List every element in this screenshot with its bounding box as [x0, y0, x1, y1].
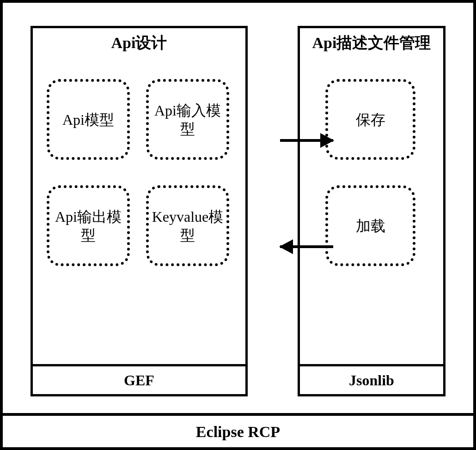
- api-design-module: Api设计 Api模型 Api输入模型 Api输出模型 Keyvalue模型 G…: [31, 26, 248, 396]
- main-area: Api设计 Api模型 Api输入模型 Api输出模型 Keyvalue模型 G…: [31, 26, 445, 396]
- arrow-head-right-icon: [320, 133, 334, 148]
- keyvalue-model-box: Keyvalue模型: [146, 185, 229, 266]
- api-model-box: Api模型: [47, 79, 130, 160]
- jsonlib-footer: Jsonlib: [298, 364, 445, 396]
- gef-footer: GEF: [31, 364, 248, 396]
- load-box: 加载: [325, 185, 415, 266]
- save-box: 保存: [325, 79, 415, 160]
- api-output-model-box: Api输出模型: [47, 185, 130, 266]
- api-file-management-module: Api描述文件管理 保存 加载 Jsonlib: [298, 26, 445, 396]
- api-design-title: Api设计: [33, 28, 245, 61]
- arrow-from-load-icon: [280, 245, 333, 248]
- api-input-model-box: Api输入模型: [146, 79, 229, 160]
- outer-frame: Api设计 Api模型 Api输入模型 Api输出模型 Keyvalue模型 G…: [0, 0, 476, 450]
- arrow-to-save-icon: [280, 139, 333, 142]
- api-file-mgmt-title: Api描述文件管理: [300, 28, 443, 74]
- eclipse-rcp-bar: Eclipse RCP: [0, 413, 476, 450]
- arrow-head-left-icon: [279, 239, 293, 254]
